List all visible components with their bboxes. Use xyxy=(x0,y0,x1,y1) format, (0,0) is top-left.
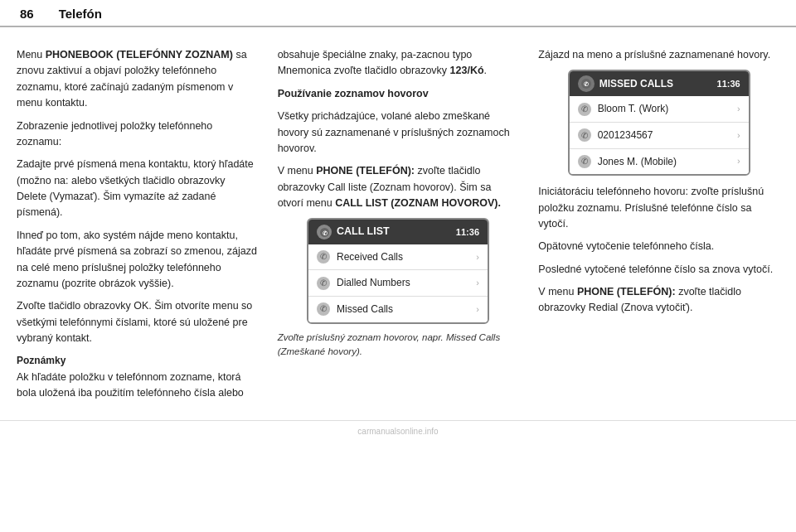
call-list-time: 11:36 xyxy=(456,225,479,239)
page-number: 86 xyxy=(20,7,34,21)
column-2: obsahuje špeciálne znaky, pa-zacnou typo… xyxy=(268,47,529,363)
missed-calls-header: ✆ MISSED CALLS 11:36 xyxy=(570,71,749,96)
call-list-row2-text: Dialled Numbers xyxy=(337,275,476,291)
page-title: Telefón xyxy=(59,7,102,21)
col1-para5: Zvoľte tlačidlo obrazovky OK. Šim otvorí… xyxy=(17,298,258,346)
missed-row3-arrow: › xyxy=(737,154,740,168)
call-list-row1-arrow: › xyxy=(476,250,479,264)
col2-heading: Používanie zoznamov hovorov xyxy=(278,86,519,102)
page-header: 86 Telefón xyxy=(0,0,796,27)
missed-row-2[interactable]: ✆ 0201234567 › xyxy=(570,123,749,149)
col2-caption: Zvoľte príslušný zoznam hovorov, napr. M… xyxy=(278,331,519,360)
call-list-row1-text: Received Calls xyxy=(337,249,476,265)
call-list-row1-icon: ✆ xyxy=(317,250,330,264)
missed-row1-icon: ✆ xyxy=(578,103,591,116)
missed-row2-text: 0201234567 xyxy=(598,128,737,143)
col3-para-after1: Iniciátoráciu telefónneho hovoru: zvoľte… xyxy=(538,184,779,232)
call-list-row-3[interactable]: ✆ Missed Calls › xyxy=(308,297,488,322)
call-list-row3-icon: ✆ xyxy=(317,302,330,316)
missed-calls-time: 11:36 xyxy=(717,77,740,91)
col3-para-after2: Opätovné vytočenie telefónneho čísla. xyxy=(538,239,779,254)
missed-calls-title: MISSED CALLS xyxy=(599,76,673,92)
content-area: Menu PHONEBOOK (TELEFÓNNY ZOZNAM) sa zno… xyxy=(0,36,796,420)
missed-row1-text: Bloom T. (Work) xyxy=(598,101,737,117)
col3-para-after4: V menu PHONE (TELEFÓN): zvoľte tlačidlo … xyxy=(538,284,779,317)
column-1: Menu PHONEBOOK (TELEFÓNNY ZOZNAM) sa zno… xyxy=(17,47,268,409)
call-list-title: CALL LIST xyxy=(337,224,390,239)
col1-note-text: Ak hľadáte položku v telefónnom zozname,… xyxy=(17,370,258,402)
call-list-header-left: ✆ CALL LIST xyxy=(317,224,390,239)
call-list-row3-arrow: › xyxy=(476,302,479,317)
col1-para2: Zobrazenie jednotlivej položky telefónne… xyxy=(17,118,258,151)
missed-row3-text: Jones M. (Mobile) xyxy=(598,154,737,170)
missed-row3-icon: ✆ xyxy=(578,155,591,168)
col3-para-before: Zájazd na meno a príslušné zaznamenané h… xyxy=(538,47,779,63)
note-label: Poznámky xyxy=(17,355,66,366)
call-list-row2-icon: ✆ xyxy=(317,277,330,290)
missed-calls-icon: ✆ xyxy=(578,75,595,92)
call-list-phone-icon: ✆ xyxy=(317,225,332,239)
col1-para1: Menu PHONEBOOK (TELEFÓNNY ZOZNAM) sa zno… xyxy=(17,47,258,112)
col1-para4: Ihneď po tom, ako systém nájde meno kont… xyxy=(17,228,258,293)
missed-row-1[interactable]: ✆ Bloom T. (Work) › xyxy=(570,96,749,123)
missed-row2-icon: ✆ xyxy=(578,128,591,142)
col1-para3: Zadajte prvé písmená mena kontaktu, ktor… xyxy=(17,157,258,221)
column-3: Zájazd na meno a príslušné zaznamenané h… xyxy=(528,47,779,323)
missed-calls-ui: ✆ MISSED CALLS 11:36 ✆ Bloom T. (Work) ›… xyxy=(568,70,750,176)
missed-row2-arrow: › xyxy=(737,128,740,143)
col2-para2: Všetky prichádzajúce, volané alebo zmešk… xyxy=(278,109,519,157)
svg-text:✆: ✆ xyxy=(584,80,589,88)
col3-para-after3: Posledné vytočené telefónne číslo sa zno… xyxy=(538,262,779,278)
svg-text:✆: ✆ xyxy=(322,230,327,235)
call-list-ui: ✆ CALL LIST 11:36 ✆ Received Calls › ✆ D… xyxy=(307,218,489,323)
call-list-row-1[interactable]: ✆ Received Calls › xyxy=(308,244,488,271)
call-list-header: ✆ CALL LIST 11:36 xyxy=(308,220,488,244)
missed-row1-arrow: › xyxy=(737,102,740,116)
call-list-row3-text: Missed Calls xyxy=(337,302,476,317)
missed-row-3[interactable]: ✆ Jones M. (Mobile) › xyxy=(570,149,749,175)
footer-watermark: carmanualsonline.info xyxy=(357,427,438,436)
col2-para1: obsahuje špeciálne znaky, pa-zacnou typo… xyxy=(278,47,519,80)
missed-calls-header-left: ✆ MISSED CALLS xyxy=(578,75,673,92)
call-list-row-2[interactable]: ✆ Dialled Numbers › xyxy=(308,270,488,297)
col2-para3: V menu PHONE (TELEFÓN): zvoľte tlačidlo … xyxy=(278,163,519,211)
call-list-row2-arrow: › xyxy=(476,276,479,290)
note-block: Poznámky Ak hľadáte položku v telefónnom… xyxy=(17,353,258,401)
